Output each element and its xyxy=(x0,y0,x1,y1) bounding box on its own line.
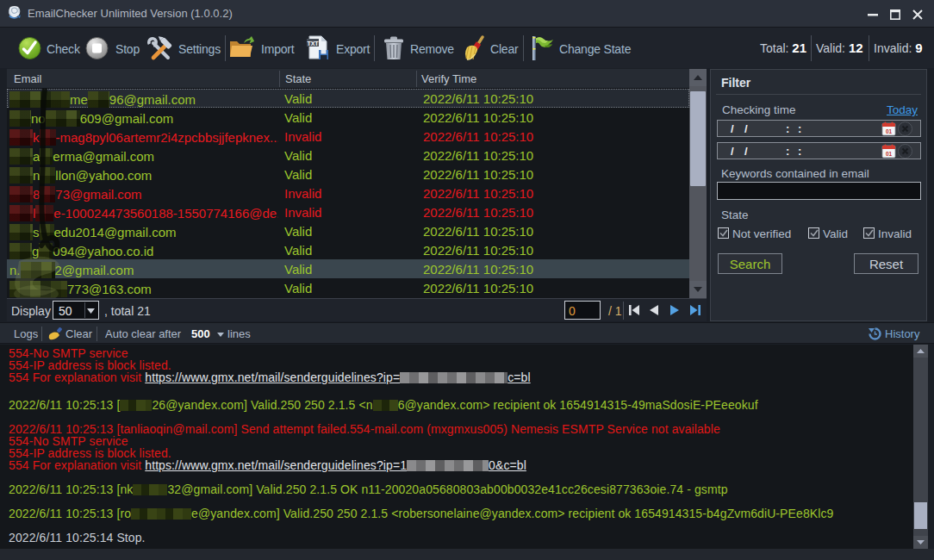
svg-text:01: 01 xyxy=(886,128,893,134)
svg-text:01: 01 xyxy=(886,151,893,157)
svg-text:TXT: TXT xyxy=(307,40,319,47)
